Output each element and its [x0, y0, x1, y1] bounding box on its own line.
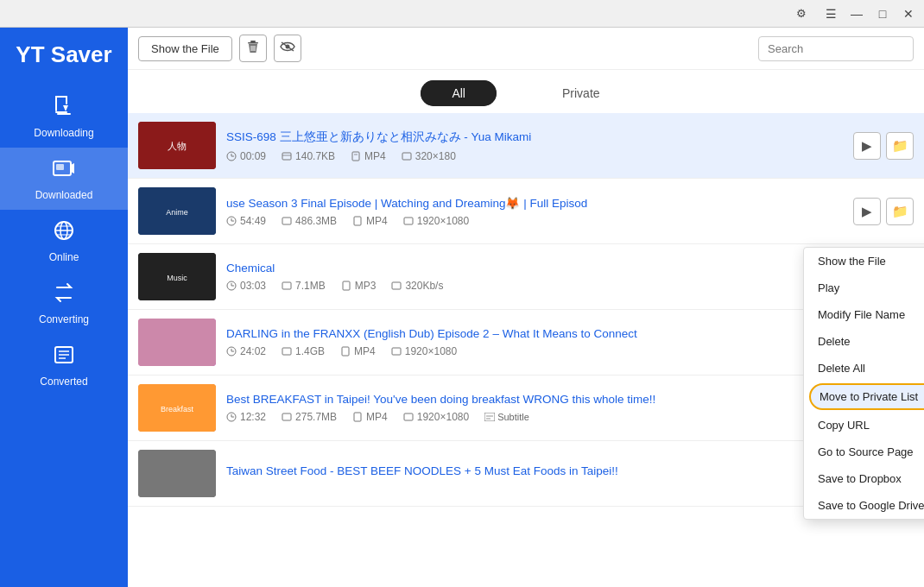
sidebar-item-converting-label: Converting	[39, 313, 89, 325]
ctx-modify-name[interactable]: Modify File Name	[804, 301, 924, 328]
maximize-button[interactable]: □	[870, 2, 895, 26]
ctx-copy-url[interactable]: Copy URL	[804, 412, 924, 439]
svg-text:Music: Music	[167, 274, 187, 282]
minimize-icon: —	[851, 7, 863, 21]
svg-rect-30	[282, 153, 291, 160]
svg-rect-48	[282, 282, 291, 289]
play-button-1[interactable]: ▶	[853, 132, 881, 160]
resolution-1: 320×180	[402, 150, 456, 162]
file-thumbnail-5: Breakfast	[138, 384, 216, 432]
format-1: MP4	[351, 150, 386, 162]
svg-rect-0	[55, 96, 67, 98]
folder-button-2[interactable]: 📁	[886, 198, 914, 225]
format-2: MP4	[352, 215, 388, 227]
sidebar-item-downloaded[interactable]: Downloaded	[0, 148, 128, 210]
svg-rect-56	[342, 347, 349, 356]
svg-rect-5	[57, 113, 71, 115]
size-2: 486.3MB	[282, 215, 337, 227]
file-meta-3: 03:03 7.1MB MP3 320Kb/s	[226, 280, 843, 292]
eye-button[interactable]	[274, 35, 301, 62]
duration-5: 12:32	[226, 411, 266, 423]
sidebar-item-downloading[interactable]: Downloading	[0, 85, 128, 148]
ctx-move-to-private[interactable]: Move to Private List ›	[809, 383, 924, 410]
file-info-4: DARLING in the FRANXX (English Dub) Epis…	[226, 327, 843, 357]
sidebar-item-downloading-label: Downloading	[34, 127, 93, 139]
close-button[interactable]: ✕	[896, 2, 921, 26]
ctx-save-dropbox[interactable]: Save to Dropbox	[804, 465, 924, 492]
svg-rect-18	[250, 41, 256, 42]
svg-rect-50	[392, 282, 401, 289]
title-bar-controls: ⚙ ☰ — □ ✕	[789, 2, 921, 26]
svg-rect-8	[56, 164, 64, 170]
format-5: MP4	[352, 411, 388, 423]
settings-button[interactable]: ⚙	[789, 2, 813, 26]
duration-1: 00:09	[226, 150, 266, 162]
minimize-button[interactable]: —	[845, 2, 869, 26]
svg-rect-64	[354, 413, 361, 421]
sidebar-item-online[interactable]: Online	[0, 210, 128, 272]
svg-rect-40	[282, 218, 291, 224]
search-input[interactable]	[758, 36, 914, 61]
svg-rect-55	[282, 348, 291, 355]
ctx-save-gdrive[interactable]: Save to Google Drive	[804, 492, 924, 519]
ctx-delete-all[interactable]: Delete All	[804, 355, 924, 382]
svg-text:Breakfast: Breakfast	[161, 405, 194, 413]
svg-rect-41	[354, 217, 361, 225]
tab-private[interactable]: Private	[531, 80, 631, 106]
file-actions-2: ▶ 📁	[853, 198, 914, 225]
file-meta-2: 54:49 486.3MB MP4 1920×1080	[226, 215, 843, 227]
tabs-container: All Private	[128, 70, 924, 113]
ctx-delete[interactable]: Delete	[804, 328, 924, 355]
svg-rect-3	[66, 96, 67, 104]
duration-3: 03:03	[226, 280, 266, 292]
sidebar-item-converting[interactable]: Converting	[0, 272, 128, 334]
sidebar: YT Saver Downloading	[0, 28, 128, 587]
svg-rect-34	[402, 153, 411, 160]
svg-marker-7	[71, 163, 74, 174]
delete-button[interactable]	[239, 35, 267, 62]
duration-2: 54:49	[226, 215, 266, 227]
sidebar-item-converted[interactable]: Converted	[0, 334, 128, 396]
size-5: 275.7MB	[282, 411, 337, 423]
svg-rect-63	[282, 413, 291, 420]
app-layout: YT Saver Downloading	[0, 28, 924, 587]
file-info-3: Chemical 03:03 7.1MB MP3	[226, 262, 843, 292]
file-thumbnail-2: Anime	[138, 187, 216, 235]
sidebar-item-online-label: Online	[49, 251, 79, 263]
gear-icon: ⚙	[796, 7, 807, 20]
format-3: MP3	[341, 280, 377, 292]
resolution-5: 1920×1080	[403, 411, 469, 423]
resolution-2: 1920×1080	[403, 215, 469, 227]
size-1: 140.7KB	[282, 150, 335, 162]
file-thumbnail-1: 人物	[138, 122, 216, 169]
eye-icon	[280, 41, 295, 56]
title-bar: ⚙ ☰ — □ ✕	[0, 0, 924, 28]
svg-text:人物: 人物	[168, 141, 187, 151]
folder-button-1[interactable]: 📁	[886, 132, 914, 160]
list-icon	[52, 343, 76, 372]
svg-rect-69	[138, 450, 216, 497]
ctx-go-to-source[interactable]: Go to Source Page	[804, 439, 924, 465]
tab-all[interactable]: All	[421, 80, 497, 106]
video-icon	[52, 156, 76, 186]
file-thumbnail-4	[138, 319, 216, 366]
file-title-1: SSIS-698 三上悠亜と新ありなと相沢みなみ - Yua Mikami	[226, 129, 843, 145]
file-meta-4: 24:02 1.4GB MP4 1920×1080	[226, 345, 843, 357]
size-4: 1.4GB	[282, 345, 325, 357]
content-area: Show the File	[128, 28, 924, 587]
play-button-2[interactable]: ▶	[853, 198, 881, 225]
file-thumbnail-6	[138, 450, 216, 497]
download-icon	[52, 94, 76, 123]
file-info-5: Best BREAKFAST in Taipei! You've been do…	[226, 393, 843, 423]
sidebar-item-converted-label: Converted	[40, 376, 87, 388]
svg-rect-49	[343, 281, 350, 290]
file-info-2: use Season 3 Final Episode | Watching an…	[226, 196, 843, 227]
ctx-show-file[interactable]: Show the File	[804, 248, 924, 275]
svg-rect-57	[392, 348, 401, 355]
hamburger-button[interactable]: ☰	[819, 2, 843, 26]
app-logo: YT Saver	[16, 28, 111, 85]
ctx-play[interactable]: Play	[804, 275, 924, 301]
svg-rect-42	[404, 218, 413, 224]
duration-4: 24:02	[226, 345, 266, 357]
show-file-button[interactable]: Show the File	[138, 36, 232, 61]
